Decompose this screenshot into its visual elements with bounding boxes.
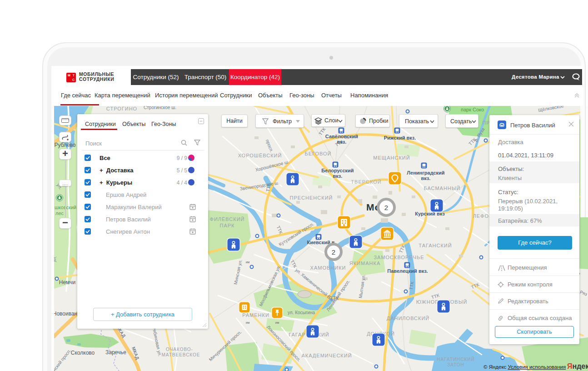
svg-text:ФИЛЁВСКИЙ: ФИЛЁВСКИЙ (210, 216, 245, 222)
svg-text:ТАГАНСКИЙ: ТАГАНСКИЙ (419, 243, 452, 248)
svg-text:парк Соко: парк Соко (461, 107, 484, 112)
svg-text:НАГАТИНСКИЙ: НАГАТИНСКИЙ (437, 356, 474, 362)
svg-text:БАСМАННЫЙ: БАСМАННЫЙ (424, 186, 461, 191)
svg-text:ЗАМОСКВОРЕЧЬЕ: ЗАМОСКВОРЕЧЬЕ (374, 255, 424, 260)
svg-text:Сколково: Сколково (71, 350, 95, 356)
svg-text:СТРОГИНО: СТРОГИНО (106, 106, 137, 111)
svg-text:МАТВЕЕВСКОЕ: МАТВЕЕВСКОЕ (161, 352, 200, 357)
svg-text:ПАРК: ПАРК (220, 223, 235, 228)
svg-text:ПРЕСНЕНСКИЙ: ПРЕСНЕНСКИЙ (290, 195, 333, 201)
svg-text:вкз.: вкз. (333, 173, 343, 179)
svg-text:Савёловский: Савёловский (325, 134, 358, 139)
svg-text:МЕЩАНСКИЙ: МЕЩАНСКИЙ (373, 155, 410, 160)
svg-text:2: 2 (384, 204, 388, 211)
svg-text:ЯКИМАНКА: ЯКИМАНКА (349, 261, 380, 266)
svg-text:им: им (246, 321, 250, 324)
svg-text:Ленинградский: Ленинградский (407, 170, 444, 175)
svg-text:им: им (246, 261, 250, 264)
svg-text:ТВЕРСКОЙ: ТВЕРСКОЙ (351, 179, 381, 185)
svg-text:Рижский вкз.: Рижский вкз. (384, 135, 416, 140)
svg-text:вкз.: вкз. (421, 175, 431, 181)
svg-text:ЗАТОН: ЗАТОН (447, 362, 464, 367)
svg-text:Немчи: Немчи (59, 279, 76, 286)
svg-text:Новоиван: Новоиван (54, 311, 77, 317)
svg-text:Белорусский: Белорусский (321, 168, 354, 173)
svg-text:ХОРОШЁВСКИЙ: ХОРОШЁВСКИЙ (238, 153, 282, 158)
svg-text:им: им (275, 321, 279, 324)
svg-text:ТТК: ТТК (330, 296, 339, 301)
svg-text:2: 2 (332, 248, 335, 256)
svg-text:Павелецкий вкз.: Павелецкий вкз. (387, 268, 428, 274)
svg-text:ОЧАКОВО-: ОЧАКОВО- (166, 347, 193, 352)
svg-text:Заречье: Заречье (105, 349, 126, 356)
svg-text:БЕГОВОЙ: БЕГОВОЙ (305, 151, 332, 156)
svg-text:вкз.: вкз. (337, 139, 347, 145)
svg-text:ХАМОВНИКИ: ХАМОВНИКИ (310, 265, 346, 271)
svg-text:ДАНИЛОВСКИЙ: ДАНИЛОВСКИЙ (387, 316, 430, 321)
svg-text:ул. Косыгина: ул. Косыгина (288, 310, 315, 315)
svg-text:лес: лес (55, 211, 64, 216)
svg-text:Строгинское ш.: Строгинское ш. (144, 106, 176, 110)
svg-text:АКАДЕМИЧЕСКИЙ: АКАДЕМИЧЕСКИЙ (301, 353, 352, 358)
svg-text:Рублёво: Рублёво (54, 142, 75, 148)
